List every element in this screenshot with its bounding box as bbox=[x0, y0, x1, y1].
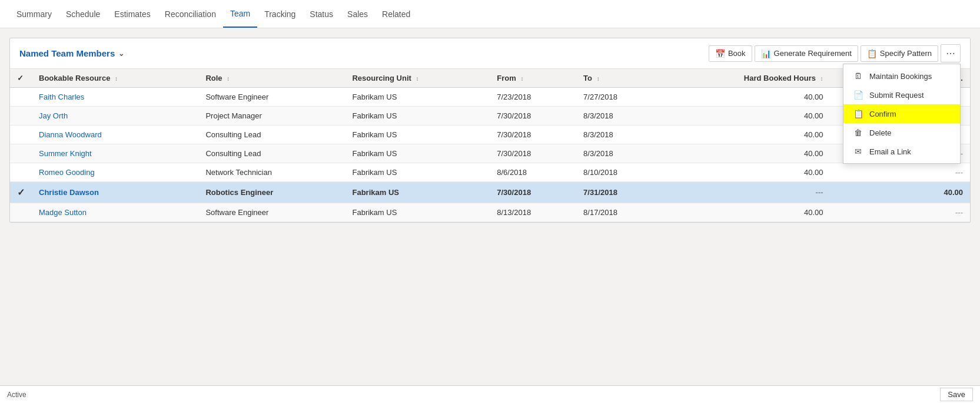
unit-cell-4: Fabrikam US bbox=[345, 163, 490, 182]
nav-related[interactable]: Related bbox=[375, 1, 417, 27]
row-check-0[interactable] bbox=[10, 88, 32, 107]
from-cell-1: 7/30/2018 bbox=[490, 107, 576, 125]
hard-cell-0: 40.00 bbox=[663, 88, 830, 107]
sort-bookable-resource-icon[interactable]: ↕ bbox=[115, 75, 118, 82]
table-header: ✓ Bookable Resource ↕ Role ↕ Resourcing … bbox=[10, 69, 970, 88]
row-check-5[interactable]: ✓ bbox=[10, 182, 32, 203]
sort-from-icon[interactable]: ↕ bbox=[520, 75, 523, 82]
email-link-icon: ✉ bbox=[853, 147, 863, 156]
soft-cell-6: --- bbox=[830, 203, 970, 222]
soft-cell-5: 40.00 bbox=[830, 182, 970, 203]
resource-link-3[interactable]: Summer Knight bbox=[39, 149, 92, 158]
select-all-checkbox[interactable]: ✓ bbox=[17, 74, 24, 82]
table-row: Jay Orth Project Manager Fabrikam US 7/3… bbox=[10, 107, 970, 125]
team-members-table: ✓ Bookable Resource ↕ Role ↕ Resourcing … bbox=[10, 69, 970, 222]
nav-estimates[interactable]: Estimates bbox=[107, 1, 157, 27]
role-cell-1: Project Manager bbox=[198, 107, 345, 125]
resource-link-1[interactable]: Jay Orth bbox=[39, 111, 68, 120]
hard-cell-2: 40.00 bbox=[663, 125, 830, 144]
sort-unit-icon[interactable]: ↕ bbox=[416, 75, 419, 82]
row-checkmark-5: ✓ bbox=[17, 187, 25, 197]
nav-team[interactable]: Team bbox=[223, 1, 257, 28]
to-cell-3: 8/3/2018 bbox=[576, 144, 663, 163]
role-cell-3: Consulting Lead bbox=[198, 144, 345, 163]
hard-cell-6: 40.00 bbox=[663, 203, 830, 222]
submit-request-icon: 📄 bbox=[853, 90, 863, 100]
resource-cell-3: Summer Knight bbox=[32, 144, 198, 163]
hard-cell-1: 40.00 bbox=[663, 107, 830, 125]
specify-pattern-button[interactable]: 📋 Specify Pattern bbox=[861, 45, 938, 62]
col-from: From ↕ bbox=[490, 69, 576, 88]
unit-cell-6: Fabrikam US bbox=[345, 203, 490, 222]
table-row: Romeo Gooding Network Technician Fabrika… bbox=[10, 163, 970, 182]
to-cell-4: 8/10/2018 bbox=[576, 163, 663, 182]
hard-cell-5: --- bbox=[663, 182, 830, 203]
from-cell-5: 7/30/2018 bbox=[490, 182, 576, 203]
to-cell-1: 8/3/2018 bbox=[576, 107, 663, 125]
from-cell-6: 8/13/2018 bbox=[490, 203, 576, 222]
resource-cell-5: Christie Dawson bbox=[32, 182, 198, 203]
from-cell-4: 8/6/2018 bbox=[490, 163, 576, 182]
table-body: Faith Charles Software Engineer Fabrikam… bbox=[10, 88, 970, 222]
role-cell-2: Consulting Lead bbox=[198, 125, 345, 144]
more-button[interactable]: ⋯ bbox=[941, 44, 961, 62]
nav-sales[interactable]: Sales bbox=[340, 1, 375, 27]
confirm-item[interactable]: 📋 Confirm bbox=[843, 104, 960, 123]
generate-icon: 📊 bbox=[761, 49, 771, 58]
book-icon: 📅 bbox=[715, 49, 725, 58]
save-button[interactable]: Save bbox=[940, 388, 973, 401]
to-cell-2: 8/3/2018 bbox=[576, 125, 663, 144]
row-check-2[interactable] bbox=[10, 125, 32, 144]
resource-link-5[interactable]: Christie Dawson bbox=[39, 188, 99, 197]
row-check-1[interactable] bbox=[10, 107, 32, 125]
status-text: Active bbox=[7, 391, 26, 399]
maintain-bookings-icon: 🗓 bbox=[853, 71, 863, 81]
hard-cell-4: 40.00 bbox=[663, 163, 830, 182]
nav-status[interactable]: Status bbox=[303, 1, 340, 27]
resource-link-6[interactable]: Madge Sutton bbox=[39, 208, 87, 217]
nav-summary[interactable]: Summary bbox=[9, 1, 59, 27]
nav-tracking[interactable]: Tracking bbox=[257, 1, 303, 27]
toolbar: 📅 Book 📊 Generate Requirement 📋 Specify … bbox=[709, 44, 961, 62]
maintain-bookings-item[interactable]: 🗓 Maintain Bookings bbox=[843, 67, 960, 85]
nav-schedule[interactable]: Schedule bbox=[59, 1, 107, 27]
resource-cell-0: Faith Charles bbox=[32, 88, 198, 107]
delete-item[interactable]: 🗑 Delete bbox=[843, 123, 960, 142]
team-members-card: Named Team Members ⌄ 📅 Book 📊 Generate R… bbox=[9, 38, 971, 223]
resource-link-2[interactable]: Dianna Woodward bbox=[39, 130, 102, 139]
chevron-down-icon[interactable]: ⌄ bbox=[118, 49, 124, 58]
resource-cell-2: Dianna Woodward bbox=[32, 125, 198, 144]
email-link-item[interactable]: ✉ Email a Link bbox=[843, 142, 960, 161]
book-button[interactable]: 📅 Book bbox=[709, 45, 752, 62]
soft-cell-4: --- bbox=[830, 163, 970, 182]
submit-request-item[interactable]: 📄 Submit Request bbox=[843, 85, 960, 104]
specify-icon: 📋 bbox=[867, 49, 877, 58]
sort-role-icon[interactable]: ↕ bbox=[227, 75, 230, 82]
row-check-4[interactable] bbox=[10, 163, 32, 182]
unit-cell-2: Fabrikam US bbox=[345, 125, 490, 144]
row-check-3[interactable] bbox=[10, 144, 32, 163]
status-bar: Active Save bbox=[0, 385, 980, 403]
col-hard-booked: Hard Booked Hours ↕ bbox=[663, 69, 830, 88]
resource-link-0[interactable]: Faith Charles bbox=[39, 93, 84, 101]
unit-cell-0: Fabrikam US bbox=[345, 88, 490, 107]
resource-cell-4: Romeo Gooding bbox=[32, 163, 198, 182]
main-content: Named Team Members ⌄ 📅 Book 📊 Generate R… bbox=[0, 28, 980, 385]
nav-reconciliation[interactable]: Reconciliation bbox=[158, 1, 223, 27]
table-row: Faith Charles Software Engineer Fabrikam… bbox=[10, 88, 970, 107]
select-all-header[interactable]: ✓ bbox=[10, 69, 32, 88]
card-title: Named Team Members bbox=[19, 48, 115, 58]
col-bookable-resource: Bookable Resource ↕ bbox=[32, 69, 198, 88]
delete-icon: 🗑 bbox=[853, 128, 863, 137]
row-check-6[interactable] bbox=[10, 203, 32, 222]
resource-cell-6: Madge Sutton bbox=[32, 203, 198, 222]
sort-to-icon[interactable]: ↕ bbox=[597, 75, 600, 82]
card-header: Named Team Members ⌄ 📅 Book 📊 Generate R… bbox=[10, 38, 970, 69]
resource-link-4[interactable]: Romeo Gooding bbox=[39, 168, 95, 177]
generate-requirement-button[interactable]: 📊 Generate Requirement bbox=[755, 45, 858, 62]
table-row: Madge Sutton Software Engineer Fabrikam … bbox=[10, 203, 970, 222]
unit-cell-1: Fabrikam US bbox=[345, 107, 490, 125]
to-cell-0: 7/27/2018 bbox=[576, 88, 663, 107]
table-row: Dianna Woodward Consulting Lead Fabrikam… bbox=[10, 125, 970, 144]
sort-hard-icon[interactable]: ↕ bbox=[820, 75, 823, 82]
